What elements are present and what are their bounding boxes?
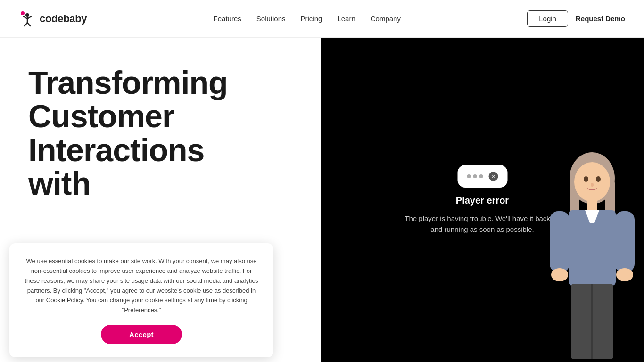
svg-point-13: [591, 183, 594, 187]
chat-bubble: ✕: [457, 165, 507, 188]
svg-rect-17: [550, 211, 570, 272]
svg-point-10: [574, 162, 610, 202]
svg-rect-14: [587, 199, 597, 211]
svg-rect-22: [591, 284, 593, 359]
nav-item-learn[interactable]: Learn: [337, 15, 355, 23]
svg-point-11: [584, 176, 588, 182]
login-button[interactable]: Login: [527, 10, 568, 27]
main-nav: Features Solutions Pricing Learn Company: [214, 15, 401, 23]
chat-dot-1: [467, 174, 471, 178]
logo[interactable]: codebaby: [19, 10, 87, 27]
nav-item-solutions[interactable]: Solutions: [256, 15, 286, 23]
svg-line-5: [25, 23, 27, 26]
nav-actions: Login Request Demo: [527, 10, 625, 27]
cookie-banner: We use essential cookies to make our sit…: [9, 243, 273, 357]
cookie-policy-link[interactable]: Cookie Policy: [46, 296, 83, 304]
chat-close-button[interactable]: ✕: [488, 172, 498, 181]
nav-item-features[interactable]: Features: [214, 15, 241, 23]
video-player-area: ✕ Player error The player is having trou…: [321, 38, 644, 362]
svg-line-6: [27, 23, 30, 26]
chat-dot-2: [473, 174, 477, 178]
svg-rect-18: [615, 211, 635, 272]
request-demo-button[interactable]: Request Demo: [576, 15, 625, 23]
cookie-text: We use essential cookies to make our sit…: [25, 256, 258, 315]
svg-point-12: [596, 176, 601, 182]
chat-dots: [467, 174, 483, 178]
hero-heading-line1: Transforming: [28, 65, 228, 100]
site-header: codebaby Features Solutions Pricing Lear…: [0, 0, 644, 38]
preferences-link[interactable]: Preferences: [124, 306, 157, 313]
logo-text: codebaby: [40, 13, 87, 25]
svg-point-19: [551, 268, 568, 281]
nav-item-company[interactable]: Company: [371, 15, 401, 23]
player-error-title: Player error: [456, 195, 509, 206]
avatar: [540, 150, 644, 362]
hero-heading-line2: Customer Interactions: [28, 98, 204, 167]
svg-point-20: [616, 268, 633, 281]
player-error-message: The player is having trouble. We'll have…: [402, 214, 563, 235]
logo-icon: [19, 10, 36, 27]
player-error: ✕ Player error The player is having trou…: [402, 165, 563, 235]
hero-heading: Transforming Customer Interactions with: [28, 66, 302, 201]
chat-dot-3: [479, 174, 483, 178]
svg-point-0: [21, 11, 25, 15]
hero-heading-line3: with: [28, 165, 91, 201]
nav-item-pricing[interactable]: Pricing: [301, 15, 322, 23]
accept-button[interactable]: Accept: [101, 325, 182, 344]
